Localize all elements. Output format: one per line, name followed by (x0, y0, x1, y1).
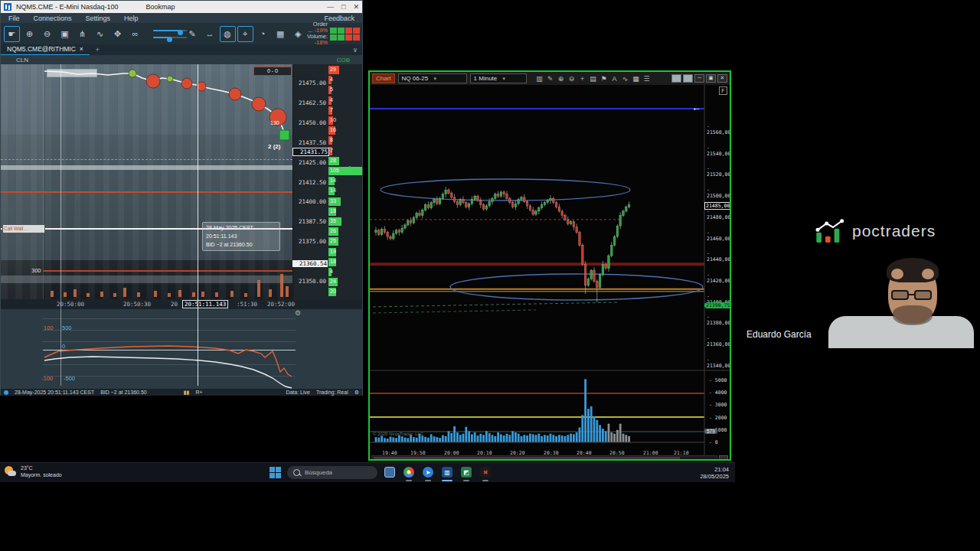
zigzag-icon[interactable]: ∿ (620, 75, 631, 83)
window-tab1-button[interactable] (671, 74, 681, 83)
lock-icon[interactable]: ◈ (290, 26, 306, 42)
menu-connections[interactable]: Connections (34, 15, 72, 22)
zoom-in-icon[interactable]: ⊕ (21, 26, 38, 42)
trade-count-label: 2 (2) (268, 143, 280, 150)
weather-widget[interactable]: 23°CMayorm. soleado (5, 465, 62, 478)
scroll-back-arrow-icon[interactable]: ← (691, 102, 701, 113)
red-app-button[interactable]: ✖ (479, 465, 492, 479)
chevron-down-icon: ▼ (433, 77, 437, 81)
price-label: - 21520,00 (707, 165, 730, 178)
price-label: 21450.00 (292, 119, 326, 126)
bookmap-window: NQM5.CME - E-Mini Nasdaq-100 Bookmap — □… (0, 0, 363, 396)
bookmap-app-button[interactable]: ▥ (440, 465, 454, 479)
share-icon[interactable]: ⋔ (74, 26, 90, 42)
volume-profile-value: 14 (330, 178, 336, 183)
price-label: 21412.50 (292, 179, 326, 186)
order-volume-blocks (330, 28, 360, 41)
subchart-gear-icon[interactable]: ⚙ (295, 309, 301, 317)
bookmap-subchart[interactable]: 100 500 0 -100 -500 ∨ ⚙ (1, 309, 362, 389)
clock-widget[interactable]: 21:04 28/05/2025 (700, 466, 729, 480)
volume-profile-value: 4 (330, 269, 333, 274)
scale-pos-blue: 500 (62, 324, 72, 331)
weather-desc: Mayorm. soleado (21, 471, 62, 478)
move-icon[interactable]: ✥ (109, 26, 126, 42)
volume-profile-value: 24 (330, 279, 336, 284)
scale-zero: 0 (62, 343, 65, 350)
note-bubble-icon[interactable]: ◍ (220, 26, 236, 42)
close-button[interactable]: ✕ (353, 3, 359, 11)
grid-icon[interactable]: ▦ (631, 75, 642, 83)
measure-icon[interactable]: ↔ (202, 26, 218, 42)
heatmap-settings-icon[interactable]: ▦ (273, 26, 289, 42)
bookmap-heatmap-chart[interactable]: 0 - 0 300 Call Wall… 130 2 (2) 294547101… (1, 64, 362, 299)
volume-marker-label: 579 (704, 429, 717, 434)
zoom-region-icon[interactable]: ▣ (57, 26, 73, 42)
scrollbar-arrows[interactable] (719, 455, 728, 459)
minimize-button[interactable]: — (327, 3, 334, 11)
volume-profile-value: 28 (330, 158, 336, 163)
volume-profile-value: 19 (330, 249, 336, 254)
status-gear-icon[interactable]: ⚙ (354, 390, 359, 396)
link-icon[interactable]: ∞ (127, 26, 143, 42)
volume-profile-value: 4 (330, 77, 333, 82)
time-label: 20:51:11.143 (182, 300, 228, 308)
properties-icon[interactable]: ☰ (642, 75, 652, 83)
zoom-out-icon[interactable]: ⊖ (39, 26, 55, 42)
green-app-icon: ◩ (461, 467, 472, 478)
restore-button[interactable]: ▣ (706, 74, 716, 83)
bookmap-app-icon: ▥ (442, 467, 452, 478)
instrument-dropdown[interactable]: NQ 06-25▼ (398, 73, 467, 83)
maximize-button[interactable]: □ (341, 3, 345, 11)
alert-icon[interactable]: ⚑ (599, 75, 609, 83)
horizontal-scrollbar[interactable] (371, 455, 717, 459)
blue-app-button[interactable]: ➤ (421, 465, 435, 479)
menu-file[interactable]: File (8, 15, 20, 22)
volume-axis-label: - 3000 (709, 402, 727, 408)
chrome-app-button[interactable] (402, 465, 416, 479)
volume-profile-value: 7 (330, 148, 333, 153)
price-label: - 21460,00 (707, 230, 730, 242)
price-label: 21350.00 (292, 278, 326, 285)
volume-profile-icon[interactable]: ∿ (92, 26, 108, 42)
tabbar-chevron-icon[interactable]: ∨ (353, 46, 358, 54)
tab-nqm5[interactable]: NQM5.CME@RITHMIC × (1, 44, 90, 56)
crosshair-icon[interactable]: + (577, 75, 588, 83)
ninjatrader-chart[interactable]: ← F - 21560,00- 21540,00- 21520,00- 2150… (370, 85, 730, 459)
green-app-button[interactable]: ◩ (459, 465, 473, 479)
info-icon[interactable] (4, 390, 8, 395)
window-title: NQM5.CME - E-Mini Nasdaq-100 (16, 3, 119, 11)
menu-feedback[interactable]: Feedback (324, 15, 354, 22)
menu-settings[interactable]: Settings (86, 15, 111, 22)
draw-icon[interactable]: ✎ (185, 26, 201, 42)
bookmap-titlebar[interactable]: NQM5.CME - E-Mini Nasdaq-100 Bookmap — □… (1, 1, 362, 13)
search-input[interactable]: Búsqueda (287, 466, 377, 479)
price-label: - 21360,00 (707, 335, 730, 347)
start-button[interactable] (268, 465, 282, 479)
replay-icon[interactable]: ◔ (255, 26, 271, 42)
interval-dropdown[interactable]: 1 Minute▼ (470, 73, 527, 83)
tab-add-button[interactable]: + (96, 46, 100, 54)
opacity-sliders[interactable] (147, 26, 181, 41)
volume-profile-value: 14 (330, 187, 336, 193)
menu-help[interactable]: Help (124, 15, 139, 22)
close-button[interactable]: ✕ (717, 74, 727, 83)
crosshair-icon[interactable]: ⌖ (237, 26, 253, 42)
bookmap-time-axis[interactable]: 20:50:0020:50:302020:51:11.143:51:3020:5… (1, 299, 362, 309)
zoom-out-icon[interactable]: ⊖ (567, 75, 577, 83)
tab-close-icon[interactable]: × (80, 45, 83, 53)
zoom-in-icon[interactable]: ⊕ (556, 75, 567, 83)
window-tab2-button[interactable] (683, 74, 693, 83)
task-view-button[interactable] (383, 465, 397, 479)
axis-f-icon[interactable]: F (719, 86, 727, 95)
task-view-icon (384, 467, 395, 478)
pan-hand-icon[interactable]: ☛ (4, 26, 20, 42)
volume-profile-value: 18 (330, 259, 336, 264)
snapshot-icon[interactable]: ▤ (588, 75, 599, 83)
draw-icon[interactable]: ✎ (545, 75, 556, 83)
bars-style-icon[interactable]: ▥ (534, 75, 545, 83)
minimize-button[interactable]: ─ (694, 74, 704, 83)
volume-profile-value: 18 (330, 208, 336, 214)
poctraders-logo-icon (814, 218, 844, 244)
text-tool-icon[interactable]: A (609, 75, 620, 83)
price-label: - 21500,00 (707, 187, 730, 199)
